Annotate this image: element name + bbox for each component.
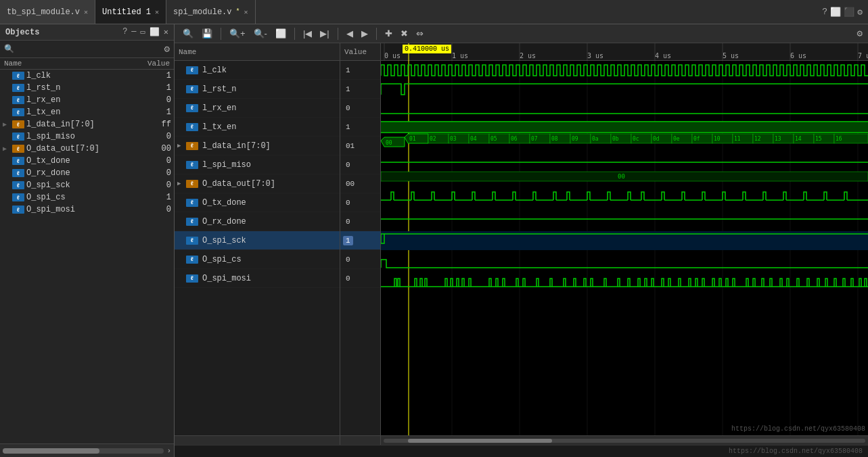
fit-btn[interactable]: ⬜	[273, 27, 289, 40]
svg-text:08: 08	[551, 136, 558, 142]
search-btn[interactable]: 🔍	[180, 27, 196, 40]
sig-icon-O_tx_done: ℓ	[12, 157, 24, 165]
expand-panel-btn[interactable]: ›	[166, 447, 171, 455]
wave-name-l_data_in[interactable]: ▶ ℓ l_data_in[7:0]	[175, 137, 340, 155]
tab-untitled1[interactable]: Untitled 1 ✕	[95, 0, 166, 24]
icon-wave-l_rx_en: ℓ	[186, 104, 198, 112]
scroll-spacer-val	[340, 436, 381, 445]
save-btn[interactable]: 💾	[199, 27, 215, 40]
tab-spi-module-close[interactable]: ✕	[244, 8, 248, 16]
sig-icon-l_spi_miso: ℓ	[12, 133, 24, 141]
wave-name-l_tx_en[interactable]: ℓ l_tx_en	[175, 118, 340, 137]
wave-name-O_data_out[interactable]: ▶ ℓ O_data_out[7:0]	[175, 174, 340, 193]
sig-name-O_tx_done: O_tx_done	[26, 156, 131, 166]
sig-value-O_rx_done: 0	[131, 168, 171, 178]
left-signal-O_spi_mosi[interactable]: ℓ O_spi_mosi 0	[0, 203, 174, 216]
minimize-icon[interactable]: ⬜	[830, 7, 841, 18]
left-signal-l_rx_en[interactable]: ℓ l_rx_en 0	[0, 94, 174, 106]
wave-hscroll[interactable]	[381, 436, 868, 445]
settings-icon-left[interactable]: ⚙	[164, 43, 170, 55]
next-edge-btn[interactable]: ▶|	[317, 27, 332, 40]
scrollbar-track-left[interactable]	[3, 448, 164, 454]
help-icon-left[interactable]: ?	[122, 27, 127, 37]
search-input[interactable]	[17, 45, 162, 54]
left-signal-l_tx_en[interactable]: ℓ l_tx_en 1	[0, 106, 174, 118]
left-signal-l_rst_n[interactable]: ℓ l_rst_n 1	[0, 82, 174, 94]
left-signal-O_spi_cs[interactable]: ℓ O_spi_cs 1	[0, 191, 174, 203]
zoom-in-btn[interactable]: 🔍+	[227, 27, 248, 40]
val-O_spi_cs: 0	[343, 256, 353, 264]
tab-tb-spi-close[interactable]: ✕	[84, 8, 88, 16]
wave-name-l_rst_n[interactable]: ℓ l_rst_n	[175, 80, 340, 99]
svg-text:12: 12	[754, 136, 761, 142]
help-icon[interactable]: ?	[822, 7, 827, 17]
sig-icon-O_spi_sck: ℓ	[12, 181, 24, 189]
sig-name-O_spi_cs: O_spi_cs	[26, 193, 131, 202]
wave-hscroll-track[interactable]	[384, 439, 865, 443]
prev-edge-btn[interactable]: |◀	[300, 27, 315, 40]
cursor-prev-btn[interactable]: ◀	[344, 27, 356, 40]
add-marker-btn[interactable]: ✚	[382, 27, 395, 40]
cursor-time-label: 0.410000 us	[403, 45, 451, 53]
svg-text:3 us: 3 us	[587, 52, 603, 59]
scrollbar-thumb-left[interactable]	[3, 448, 99, 454]
wave-settings-icon[interactable]: ⚙	[857, 28, 863, 39]
tab-tb-spi[interactable]: tb_spi_module.v ✕	[0, 0, 95, 24]
wave-name-l_rx_en[interactable]: ℓ l_rx_en	[175, 99, 340, 118]
expand-l_data_in: ▶	[177, 142, 184, 149]
close-icon-left[interactable]: ✕	[164, 27, 168, 37]
tab-untitled1-close[interactable]: ✕	[155, 8, 159, 16]
left-signal-l_spi_miso[interactable]: ℓ l_spi_miso 0	[0, 130, 174, 143]
wave-name-O_spi_cs[interactable]: ℓ O_spi_cs	[175, 250, 340, 269]
sig-value-O_data_out: 00	[131, 144, 171, 153]
objects-col-headers: Name Value	[0, 58, 174, 70]
svg-marker-31	[381, 137, 405, 147]
wave-canvas[interactable]: 00 01 02 03 04 05 06	[381, 61, 868, 435]
left-signal-O_tx_done[interactable]: ℓ O_tx_done 0	[0, 155, 174, 167]
icon-wave-O_rx_done: ℓ	[186, 218, 198, 226]
minimize-icon-left[interactable]: —	[131, 27, 136, 37]
sig-value-O_tx_done: 0	[131, 156, 171, 166]
wave-val-l_rst_n: 1	[340, 80, 380, 99]
del-marker-btn[interactable]: ✖	[398, 27, 411, 40]
svg-text:14: 14	[795, 136, 802, 142]
expand-icon-left[interactable]: ⬜	[150, 27, 160, 37]
left-signal-O_rx_done[interactable]: ℓ O_rx_done 0	[0, 167, 174, 179]
left-signal-l_data_in[interactable]: ▶ ℓ l_data_in[7:0] ff	[0, 118, 174, 130]
left-signal-l_clk[interactable]: ℓ l_clk 1	[0, 70, 174, 82]
expand-arrow-l_data_in: ▶	[3, 120, 12, 128]
sig-value-O_spi_cs: 1	[131, 193, 171, 202]
toolbar-sep-4	[376, 28, 377, 40]
wave-name-l_clk[interactable]: ℓ l_clk	[175, 61, 340, 80]
settings-wave-icon[interactable]: ⚙	[857, 7, 863, 18]
icon-wave-l_tx_en: ℓ	[186, 123, 198, 131]
svg-text:05: 05	[490, 136, 497, 142]
wave-name-O_tx_done[interactable]: ℓ O_tx_done	[175, 193, 340, 212]
marker-nav-btn[interactable]: ⇔	[413, 27, 426, 40]
maximize-icon[interactable]: ⬛	[844, 7, 854, 18]
search-icon: 🔍	[4, 44, 14, 54]
cursor-next-btn[interactable]: ▶	[359, 27, 371, 40]
wave-name-l_spi_miso[interactable]: ℓ l_spi_miso	[175, 155, 340, 174]
sig-value-O_spi_sck: 0	[131, 181, 171, 190]
left-signal-O_data_out[interactable]: ▶ ℓ O_data_out[7:0] 00	[0, 143, 174, 155]
restore-icon-left[interactable]: ▭	[141, 27, 145, 37]
wave-name-O_spi_mosi[interactable]: ℓ O_spi_mosi	[175, 269, 340, 288]
wave-hscroll-thumb[interactable]	[408, 439, 553, 443]
svg-text:1 us: 1 us	[452, 52, 468, 59]
wave-val-O_spi_cs: 0	[340, 250, 380, 269]
left-signal-O_spi_sck[interactable]: ℓ O_spi_sck 0	[0, 179, 174, 191]
icon-wave-O_data_out: ℓ	[186, 180, 198, 188]
wave-val-l_tx_en: 1	[340, 118, 380, 137]
zoom-out-btn[interactable]: 🔍-	[251, 27, 270, 40]
wave-values-col: 1 1 0 1 01 0 00 0 0 1 0 0	[340, 61, 381, 435]
sig-value-l_clk: 1	[131, 71, 171, 80]
svg-text:5 us: 5 us	[723, 52, 739, 59]
wave-name-O_rx_done[interactable]: ℓ O_rx_done	[175, 212, 340, 231]
icon-wave-O_spi_sck: ℓ	[186, 237, 198, 245]
left-panel-scrollbar[interactable]: ›	[0, 443, 174, 457]
tab-spi-module[interactable]: spi_module.v * ✕	[166, 0, 255, 24]
svg-text:4 us: 4 us	[655, 52, 671, 59]
wave-name-O_spi_sck[interactable]: ℓ O_spi_sck	[175, 231, 340, 250]
expand-arrow-O_data_out: ▶	[3, 145, 12, 153]
